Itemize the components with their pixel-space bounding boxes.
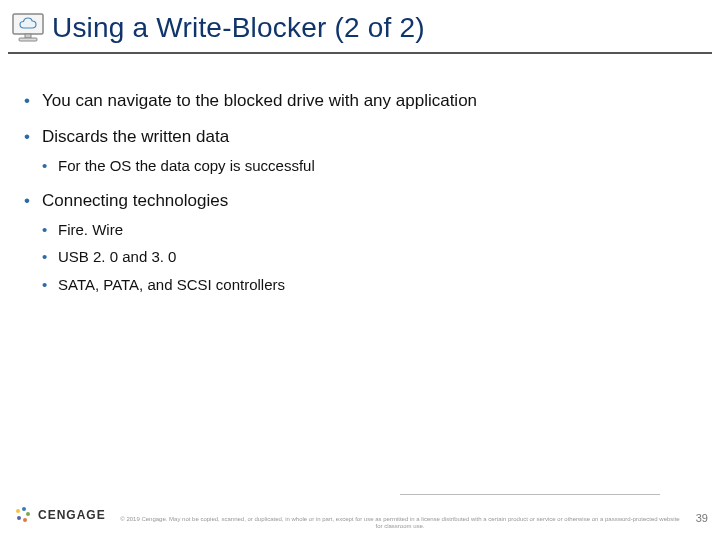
footer-rule <box>400 494 660 495</box>
list-item: You can navigate to the blocked drive wi… <box>24 90 696 112</box>
page-number: 39 <box>696 512 708 524</box>
sub-bullet-list: For the OS the data copy is successful <box>42 156 696 176</box>
slide: Using a Write-Blocker (2 of 2) You can n… <box>0 0 720 540</box>
list-item: For the OS the data copy is successful <box>42 156 696 176</box>
svg-point-4 <box>22 507 26 511</box>
monitor-cloud-icon <box>6 8 52 48</box>
svg-rect-1 <box>25 34 31 38</box>
svg-point-3 <box>16 509 20 513</box>
list-item: SATA, PATA, and SCSI controllers <box>42 275 696 295</box>
title-row: Using a Write-Blocker (2 of 2) <box>0 8 720 48</box>
bullet-text: USB 2. 0 and 3. 0 <box>58 248 176 265</box>
svg-point-6 <box>23 518 27 522</box>
brand-text: CENGAGE <box>38 508 106 522</box>
bullet-text: You can navigate to the blocked drive wi… <box>42 91 477 110</box>
copyright-text: © 2019 Cengage. May not be copied, scann… <box>120 516 680 530</box>
svg-point-7 <box>17 516 21 520</box>
bullet-text: SATA, PATA, and SCSI controllers <box>58 276 285 293</box>
footer: CENGAGE © 2019 Cengage. May not be copie… <box>0 494 720 534</box>
slide-title: Using a Write-Blocker (2 of 2) <box>52 12 425 44</box>
bullet-text: Discards the written data <box>42 127 229 146</box>
svg-point-5 <box>26 512 30 516</box>
list-item: Connecting technologies Fire. Wire USB 2… <box>24 190 696 295</box>
slide-body: You can navigate to the blocked drive wi… <box>24 90 696 308</box>
bullet-text: For the OS the data copy is successful <box>58 157 315 174</box>
list-item: Discards the written data For the OS the… <box>24 126 696 176</box>
title-underline <box>8 52 712 54</box>
list-item: Fire. Wire <box>42 220 696 240</box>
svg-rect-2 <box>19 38 37 41</box>
bullet-text: Connecting technologies <box>42 191 228 210</box>
brand: CENGAGE <box>14 506 106 524</box>
bullet-list: You can navigate to the blocked drive wi… <box>24 90 696 294</box>
list-item: USB 2. 0 and 3. 0 <box>42 247 696 267</box>
bullet-text: Fire. Wire <box>58 221 123 238</box>
sub-bullet-list: Fire. Wire USB 2. 0 and 3. 0 SATA, PATA,… <box>42 220 696 295</box>
cengage-logo-icon <box>14 506 32 524</box>
